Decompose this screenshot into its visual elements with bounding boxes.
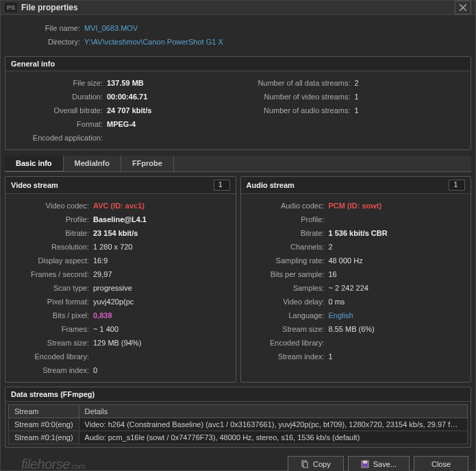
field-value: 1 536 kbit/s CBR xyxy=(329,227,388,239)
general-info-panel: General info File size:137.59 MBDuration… xyxy=(5,56,471,150)
field-label: Number of all data streams: xyxy=(238,77,355,89)
field-label: Display aspect: xyxy=(11,254,93,267)
directory-value[interactable]: Y:\AV\vctest\mov\Canon PowerShot G1 X xyxy=(84,36,223,48)
field-label: Video delay: xyxy=(247,295,329,308)
field-label: Pixel format: xyxy=(11,295,93,308)
field-value: 0 ms xyxy=(329,295,345,308)
table-row[interactable]: Stream #0:1(eng)Audio: pcm_s16le (sowt /… xyxy=(9,431,468,444)
field-label: Language: xyxy=(247,309,329,322)
filename-label: File name: xyxy=(9,22,84,34)
field-label: Encoded library: xyxy=(247,337,329,349)
field-label: File size: xyxy=(11,77,107,89)
field-label: Samples: xyxy=(247,282,329,294)
app-logo-icon: PS xyxy=(5,3,17,12)
field-value: 129 MB (94%) xyxy=(93,337,141,349)
save-button[interactable]: Save... xyxy=(348,456,410,471)
field-label: Encoded application: xyxy=(11,132,107,144)
field-label: Duration: xyxy=(11,90,107,103)
field-label: Number of video streams: xyxy=(238,90,355,103)
field-label: Format: xyxy=(11,118,107,130)
field-value: 8.55 MB (6%) xyxy=(329,323,375,335)
field-label: Stream size: xyxy=(11,337,93,349)
table-header: Details xyxy=(79,405,467,418)
field-label: Sampling rate: xyxy=(247,254,329,267)
tab-ffprobe[interactable]: FFprobe xyxy=(121,156,174,171)
file-properties-window: PS File properties File name: MVI_0683.M… xyxy=(0,0,476,471)
field-label: Bits per sample: xyxy=(247,268,329,280)
stream-details-cell: Audio: pcm_s16le (sowt / 0x74776F73), 48… xyxy=(79,431,467,444)
filename-value[interactable]: MVI_0683.MOV xyxy=(84,22,138,34)
audio-stream-panel: Audio stream 1 Audio codec:PCM (ID: sowt… xyxy=(240,176,472,383)
svg-rect-3 xyxy=(363,461,367,463)
general-info-header: General info xyxy=(5,57,471,71)
field-value: 0,838 xyxy=(93,309,112,322)
audio-stream-title: Audio stream xyxy=(247,181,295,189)
video-stream-selector[interactable]: 1 xyxy=(214,180,230,191)
field-value: 48 000 Hz xyxy=(329,254,363,267)
field-label: Frames / second: xyxy=(11,268,93,280)
audio-stream-selector[interactable]: 1 xyxy=(449,180,465,191)
field-value: 2 xyxy=(329,241,333,253)
table-row[interactable]: Stream #0:0(eng)Video: h264 (Constrained… xyxy=(9,418,468,431)
field-label: Bitrate: xyxy=(247,227,329,239)
field-value: 137.59 MB xyxy=(107,77,144,89)
video-stream-title: Video stream xyxy=(11,181,58,189)
field-label: Video codec: xyxy=(11,200,93,212)
data-streams-table: StreamDetails Stream #0:0(eng)Video: h26… xyxy=(8,404,468,444)
field-value: 1 xyxy=(329,350,333,363)
field-value: 2 xyxy=(355,77,359,89)
field-label: Scan type: xyxy=(11,282,93,294)
tabs-bar: Basic infoMediaInfoFFprobe xyxy=(5,156,471,172)
field-label: Resolution: xyxy=(11,241,93,253)
stream-details-cell: Video: h264 (Constrained Baseline) (avc1… xyxy=(79,418,467,431)
field-label: Bits / pixel: xyxy=(11,309,93,322)
copy-icon xyxy=(301,460,309,468)
field-value: MPEG-4 xyxy=(107,118,136,130)
stream-id-cell: Stream #0:1(eng) xyxy=(9,431,79,444)
tab-mediainfo[interactable]: MediaInfo xyxy=(64,156,121,171)
field-value[interactable]: English xyxy=(329,309,353,322)
tab-basic-info[interactable]: Basic info xyxy=(5,156,64,171)
titlebar: PS File properties xyxy=(1,1,475,15)
video-stream-panel: Video stream 1 Video codec:AVC (ID: avc1… xyxy=(5,176,236,383)
close-button[interactable]: Close xyxy=(414,456,468,471)
field-value: PCM (ID: sowt) xyxy=(329,200,382,212)
field-label: Stream size: xyxy=(247,323,329,335)
directory-label: Directory: xyxy=(9,36,84,48)
field-value: 00:00:46.71 xyxy=(107,90,147,103)
field-value: 29,97 xyxy=(93,268,112,280)
field-label: Bitrate: xyxy=(11,227,93,239)
field-value: Baseline@L4.1 xyxy=(93,213,147,226)
field-value: 16 xyxy=(329,268,337,280)
field-label: Audio codec: xyxy=(247,200,329,212)
field-value: yuvj420p(pc xyxy=(93,295,134,308)
field-value: ~ 2 242 224 xyxy=(329,282,368,294)
field-label: Encoded library: xyxy=(11,350,93,363)
field-label: Overall bitrate: xyxy=(11,104,107,117)
field-label: Channels: xyxy=(247,241,329,253)
field-value: AVC (ID: avc1) xyxy=(93,200,145,212)
watermark: filehorse.com xyxy=(21,457,85,472)
window-title: File properties xyxy=(21,3,455,12)
field-value: 24 707 kbit/s xyxy=(107,104,151,117)
field-label: Number of audio streams: xyxy=(238,104,355,117)
field-value: 1 280 x 720 xyxy=(93,241,133,253)
footer: filehorse.com Copy Save... Close xyxy=(1,452,475,471)
field-value: 0 xyxy=(93,364,97,376)
field-label: Stream index: xyxy=(11,364,93,376)
close-icon xyxy=(459,3,467,12)
svg-rect-1 xyxy=(303,462,308,468)
field-label: Frames: xyxy=(11,323,93,335)
field-value: 1 xyxy=(355,90,359,103)
field-value: progressive xyxy=(93,282,132,294)
copy-button[interactable]: Copy xyxy=(288,456,344,471)
data-streams-header: Data streams (FFmpeg) xyxy=(5,387,471,402)
field-value: 1 xyxy=(355,104,359,117)
field-value: 16:9 xyxy=(93,254,108,267)
field-label: Profile: xyxy=(11,213,93,226)
close-window-button[interactable] xyxy=(455,1,471,14)
field-label: Profile: xyxy=(247,213,329,226)
stream-id-cell: Stream #0:0(eng) xyxy=(9,418,79,431)
table-header: Stream xyxy=(9,405,79,418)
file-info-section: File name: MVI_0683.MOV Directory: Y:\AV… xyxy=(1,15,475,56)
